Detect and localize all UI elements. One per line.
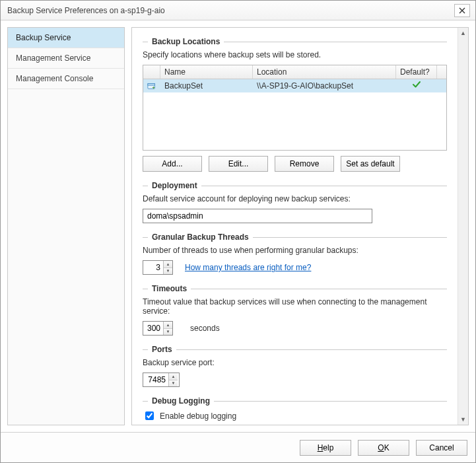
group-threads: Granular Backup Threads Number of thread… — [143, 232, 447, 275]
timeout-up[interactable]: ▲ — [164, 322, 172, 329]
timeout-unit: seconds — [190, 324, 220, 333]
threads-help-link[interactable]: How many threads are right for me? — [185, 263, 311, 272]
vertical-scrollbar[interactable]: ▲ ▼ — [458, 28, 468, 425]
threads-input[interactable] — [143, 261, 163, 274]
threads-stepper[interactable]: ▲ ▼ — [143, 260, 173, 275]
ok-button[interactable]: OK — [358, 440, 409, 456]
grid-header-icon-col — [143, 65, 160, 79]
service-account-input[interactable] — [143, 209, 372, 223]
grid-header-default[interactable]: Default? — [396, 65, 437, 79]
grid-header: Name Location Default? — [143, 65, 446, 79]
content-panel: Backup Locations Specify locations where… — [131, 27, 469, 425]
port-up[interactable]: ▲ — [169, 373, 178, 380]
grid-header-end — [437, 65, 446, 79]
group-backup-locations: Backup Locations Specify locations where… — [143, 37, 447, 172]
group-title: Debug Logging — [152, 396, 210, 406]
sidebar-item-management-console[interactable]: Management Console — [8, 69, 124, 89]
grid-header-location[interactable]: Location — [253, 65, 396, 79]
grid-row[interactable]: BackupSet \\A-SP19-G-AIO\backupSet — [143, 79, 446, 92]
group-title: Granular Backup Threads — [152, 232, 249, 242]
grid-cell-location: \\A-SP19-G-AIO\backupSet — [253, 80, 396, 92]
remove-button[interactable]: Remove — [275, 156, 334, 172]
group-deployment: Deployment Default service account for d… — [143, 181, 447, 223]
sidebar: Backup Service Management Service Manage… — [7, 27, 125, 425]
close-button[interactable] — [454, 4, 470, 17]
sidebar-item-management-service[interactable]: Management Service — [8, 48, 124, 69]
scroll-up-arrow[interactable]: ▲ — [458, 28, 468, 38]
threads-down[interactable]: ▼ — [164, 268, 172, 275]
port-down[interactable]: ▼ — [169, 380, 178, 387]
group-title: Ports — [152, 345, 172, 354]
group-ports: Ports Backup service port: ▲ ▼ — [143, 345, 447, 387]
deployment-desc: Default service account for deploying ne… — [143, 194, 447, 203]
svg-rect-1 — [148, 83, 155, 85]
add-button[interactable]: Add... — [143, 156, 202, 172]
scroll-down-arrow[interactable]: ▼ — [458, 414, 468, 425]
group-timeouts: Timeouts Timeout value that backup servi… — [143, 284, 447, 336]
sidebar-item-backup-service[interactable]: Backup Service — [8, 28, 124, 48]
debug-checkbox-row[interactable]: Enable debug logging — [143, 410, 447, 422]
group-title: Backup Locations — [152, 37, 220, 46]
timeout-input[interactable] — [143, 322, 163, 335]
threads-up[interactable]: ▲ — [164, 261, 172, 268]
timeout-stepper[interactable]: ▲ ▼ — [143, 321, 173, 336]
debug-checkbox[interactable] — [145, 411, 154, 420]
titlebar: Backup Service Preferences on a-sp19-g-a… — [1, 1, 475, 20]
backup-locations-grid: Name Location Default? — [143, 65, 447, 151]
group-title: Timeouts — [152, 284, 187, 293]
window-title: Backup Service Preferences on a-sp19-g-a… — [7, 6, 454, 15]
ports-desc: Backup service port: — [143, 358, 447, 367]
dialog-footer: Help OK Cancel — [1, 432, 475, 462]
help-button[interactable]: Help — [300, 440, 351, 456]
drive-icon — [143, 80, 160, 92]
port-input[interactable] — [143, 373, 168, 386]
set-default-button[interactable]: Set as default — [341, 156, 400, 172]
grid-cell-default — [396, 79, 437, 92]
port-stepper[interactable]: ▲ ▼ — [143, 373, 180, 387]
timeout-down[interactable]: ▼ — [164, 329, 172, 336]
group-debug: Debug Logging Enable debug logging — [143, 396, 447, 422]
timeouts-desc: Timeout value that backup services will … — [143, 297, 447, 316]
group-title: Deployment — [152, 181, 197, 190]
threads-desc: Number of threads to use when performing… — [143, 246, 447, 255]
backup-locations-desc: Specify locations where backup sets will… — [143, 50, 447, 59]
edit-button[interactable]: Edit... — [209, 156, 268, 172]
cancel-button[interactable]: Cancel — [416, 440, 467, 456]
grid-header-name[interactable]: Name — [160, 65, 253, 79]
debug-checkbox-label: Enable debug logging — [160, 411, 236, 421]
grid-cell-name: BackupSet — [160, 80, 253, 92]
